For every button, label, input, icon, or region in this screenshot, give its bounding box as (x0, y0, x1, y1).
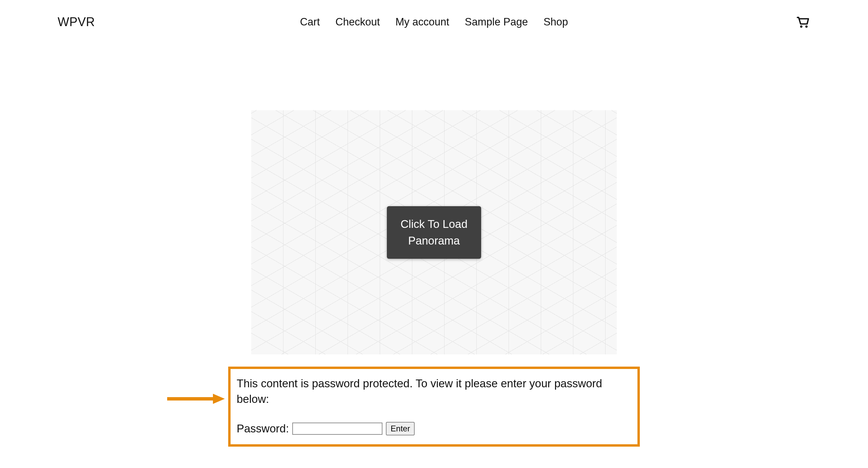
arrow-icon (164, 392, 225, 406)
cart-icon[interactable] (795, 14, 810, 31)
load-panorama-button[interactable]: Click To Load Panorama (387, 206, 481, 259)
nav-item-cart[interactable]: Cart (300, 16, 320, 28)
enter-button[interactable]: Enter (386, 422, 415, 435)
panorama-button-line1: Click To Load (400, 216, 468, 233)
password-label: Password: (237, 422, 289, 435)
panorama-button-line2: Panorama (400, 232, 468, 249)
password-form: Password: Enter (237, 422, 628, 435)
nav-item-checkout[interactable]: Checkout (335, 16, 380, 28)
svg-point-0 (801, 26, 802, 27)
panorama-viewer: Click To Load Panorama (251, 110, 617, 354)
site-header: WPVR Cart Checkout My account Sample Pag… (0, 0, 868, 44)
svg-marker-3 (213, 394, 225, 404)
password-input[interactable] (292, 423, 382, 435)
nav-item-shop[interactable]: Shop (544, 16, 568, 28)
nav-item-my-account[interactable]: My account (395, 16, 449, 28)
annotation-arrow (164, 392, 225, 407)
password-message: This content is password protected. To v… (237, 376, 628, 407)
password-protect-box: This content is password protected. To v… (228, 367, 640, 447)
password-highlight-wrapper: This content is password protected. To v… (228, 367, 640, 447)
shopping-cart-icon (795, 14, 810, 29)
svg-point-1 (806, 26, 807, 27)
nav-item-sample-page[interactable]: Sample Page (465, 16, 528, 28)
site-logo[interactable]: WPVR (58, 15, 95, 29)
main-content: Click To Load Panorama This content is p… (0, 110, 868, 447)
primary-nav: Cart Checkout My account Sample Page Sho… (300, 16, 568, 28)
